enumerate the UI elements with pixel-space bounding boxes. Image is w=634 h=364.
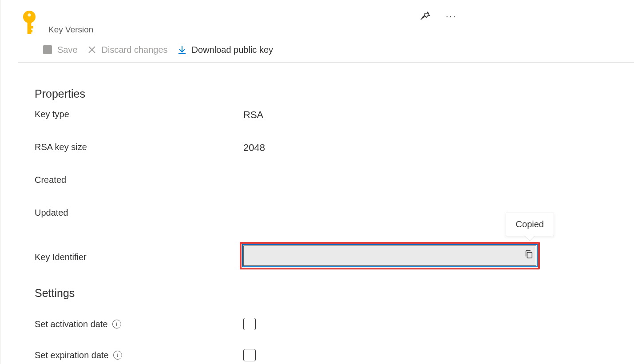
more-icon[interactable]: ··· (446, 11, 456, 22)
info-icon[interactable]: i (113, 351, 122, 360)
pin-button[interactable] (419, 10, 431, 23)
rsa-key-size-value: 2048 (243, 142, 607, 154)
key-type-label: Key type (35, 109, 243, 119)
svg-rect-3 (29, 26, 33, 28)
settings-heading: Settings (35, 287, 607, 300)
copied-tooltip: Copied (506, 213, 554, 236)
key-type-value: RSA (243, 109, 607, 121)
svg-rect-8 (45, 50, 50, 54)
page-subtitle: Key Version (48, 25, 93, 35)
set-activation-date-label: Set activation date i (35, 319, 243, 329)
key-icon (20, 11, 39, 36)
svg-rect-7 (45, 46, 49, 48)
download-icon (177, 44, 187, 55)
copy-icon (524, 249, 534, 259)
svg-rect-13 (527, 252, 532, 258)
save-label: Save (57, 45, 78, 55)
svg-line-5 (421, 17, 423, 19)
page-header: Key Version ··· (0, 0, 634, 39)
svg-point-0 (23, 11, 36, 23)
set-expiration-date-checkbox[interactable] (243, 349, 256, 361)
updated-label: Updated (35, 208, 243, 218)
set-activation-date-checkbox[interactable] (243, 318, 256, 330)
rsa-key-size-label: RSA key size (35, 142, 243, 152)
key-identifier-input[interactable] (243, 245, 536, 266)
properties-heading: Properties (35, 87, 607, 100)
key-identifier-label: Key Identifier (35, 252, 243, 262)
created-label: Created (35, 175, 243, 185)
save-button[interactable]: Save (42, 44, 78, 55)
info-icon[interactable]: i (112, 320, 121, 328)
discard-label: Discard changes (102, 45, 168, 55)
discard-button[interactable]: Discard changes (87, 44, 168, 55)
set-expiration-date-label: Set expiration date i (35, 350, 243, 360)
copy-button[interactable] (524, 249, 534, 262)
svg-rect-4 (29, 30, 32, 32)
svg-point-1 (28, 13, 31, 16)
download-label: Download public key (192, 45, 273, 55)
download-public-key-button[interactable]: Download public key (177, 44, 273, 55)
toolbar: Save Discard changes Download public key (18, 39, 634, 63)
